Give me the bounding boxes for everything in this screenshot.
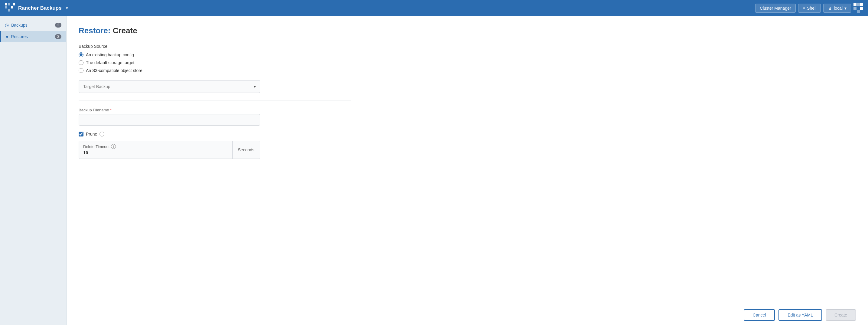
svg-rect-8 bbox=[854, 7, 857, 10]
radio-default-label: The default storage target bbox=[86, 60, 134, 65]
cancel-button[interactable]: Cancel bbox=[744, 309, 775, 321]
radio-existing-input[interactable] bbox=[79, 52, 84, 57]
content-area: Restore: Create Backup Source An existin… bbox=[66, 16, 868, 325]
timeout-left: Delete Timeout i bbox=[79, 141, 232, 158]
prune-label: Prune bbox=[86, 131, 97, 137]
radio-s3-input[interactable] bbox=[79, 68, 84, 73]
radio-existing-label: An existing backup config bbox=[86, 52, 134, 57]
svg-rect-1 bbox=[8, 3, 10, 5]
timeout-title: Delete Timeout i bbox=[83, 144, 228, 149]
page-title-prefix: Restore: bbox=[79, 26, 111, 35]
sidebar-item-backups[interactable]: ◎ Backups 2 bbox=[0, 19, 66, 31]
timeout-unit: Seconds bbox=[232, 141, 260, 158]
create-button[interactable]: Create bbox=[826, 309, 856, 321]
prune-info-icon[interactable]: i bbox=[99, 131, 104, 137]
page-title-suffix: Create bbox=[113, 26, 137, 35]
backups-icon: ◎ bbox=[5, 22, 9, 28]
navbar-right: Cluster Manager ⌨ Shell 🖥 local ▾ bbox=[755, 3, 863, 13]
restores-icon: ● bbox=[6, 34, 8, 39]
shell-button[interactable]: ⌨ Shell bbox=[798, 4, 821, 13]
brand-chevron: ▾ bbox=[66, 6, 68, 10]
radio-s3-label: An S3-compatible object store bbox=[86, 68, 143, 73]
target-backup-select[interactable]: Target Backup bbox=[79, 80, 260, 93]
timeout-inner: Delete Timeout i Seconds bbox=[79, 141, 260, 158]
local-cluster-icon: 🖥 bbox=[828, 6, 832, 10]
shell-terminal-icon: ⌨ bbox=[803, 6, 805, 10]
backup-filename-wrapper: Backup Filename * bbox=[79, 108, 260, 125]
required-indicator: * bbox=[110, 108, 112, 112]
footer-actions: Cancel Edit as YAML Create bbox=[66, 305, 868, 325]
backup-source-radio-group: An existing backup config The default st… bbox=[79, 52, 856, 73]
svg-rect-3 bbox=[11, 6, 13, 8]
timeout-info-icon[interactable]: i bbox=[111, 144, 116, 149]
backup-source-label: Backup Source bbox=[79, 44, 856, 49]
delete-timeout-box: Delete Timeout i Seconds bbox=[79, 141, 260, 159]
rancher-logo bbox=[5, 3, 15, 13]
svg-rect-11 bbox=[860, 3, 863, 6]
local-cluster-button[interactable]: 🖥 local ▾ bbox=[823, 4, 851, 13]
backup-filename-input[interactable] bbox=[79, 114, 260, 125]
section-divider bbox=[79, 100, 351, 100]
radio-existing-backup[interactable]: An existing backup config bbox=[79, 52, 856, 57]
svg-rect-10 bbox=[857, 10, 860, 13]
sidebar-backups-label: Backups bbox=[11, 23, 28, 28]
svg-rect-6 bbox=[854, 3, 857, 6]
local-chevron: ▾ bbox=[844, 6, 846, 10]
timeout-value-input[interactable] bbox=[83, 150, 107, 155]
footer-spacer bbox=[79, 159, 856, 183]
backups-badge: 2 bbox=[55, 23, 61, 28]
backup-filename-label: Backup Filename * bbox=[79, 108, 260, 112]
sidebar: ◎ Backups 2 ● Restores 2 bbox=[0, 16, 66, 325]
navbar: Rancher Backups ▾ Cluster Manager ⌨ Shel… bbox=[0, 0, 868, 16]
radio-s3-store[interactable]: An S3-compatible object store bbox=[79, 68, 856, 73]
target-backup-wrapper: Target Backup ▾ bbox=[79, 80, 260, 93]
svg-rect-0 bbox=[5, 3, 7, 5]
app-title: Rancher Backups bbox=[18, 5, 62, 11]
svg-rect-5 bbox=[13, 3, 15, 5]
brand[interactable]: Rancher Backups ▾ bbox=[5, 3, 68, 13]
sidebar-item-restores[interactable]: ● Restores 2 bbox=[0, 31, 66, 42]
svg-rect-4 bbox=[8, 9, 10, 11]
svg-rect-9 bbox=[860, 7, 863, 10]
radio-default-storage[interactable]: The default storage target bbox=[79, 60, 856, 65]
sidebar-restores-label: Restores bbox=[11, 34, 28, 39]
prune-checkbox[interactable] bbox=[79, 131, 84, 137]
radio-default-input[interactable] bbox=[79, 60, 84, 65]
cluster-manager-button[interactable]: Cluster Manager bbox=[755, 4, 796, 13]
edit-yaml-button[interactable]: Edit as YAML bbox=[778, 309, 822, 321]
restores-badge: 2 bbox=[55, 34, 61, 39]
main-layout: ◎ Backups 2 ● Restores 2 Restore: Create… bbox=[0, 16, 868, 325]
page-title: Restore: Create bbox=[79, 26, 856, 35]
svg-rect-2 bbox=[5, 6, 7, 8]
svg-rect-7 bbox=[857, 3, 860, 6]
prune-row: Prune i bbox=[79, 131, 856, 137]
grid-icon[interactable] bbox=[854, 3, 863, 13]
